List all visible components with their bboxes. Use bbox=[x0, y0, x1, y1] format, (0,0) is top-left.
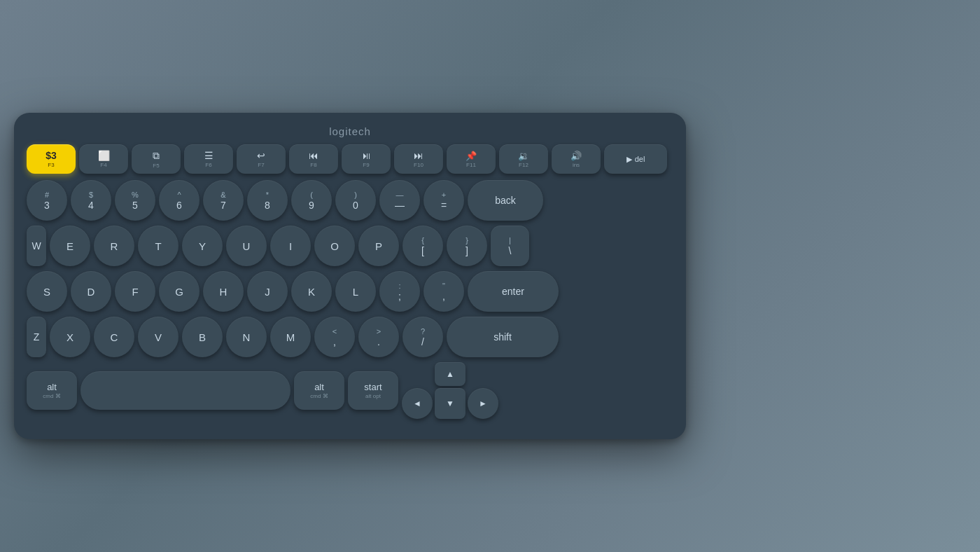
bracket-right-main: ] bbox=[465, 246, 468, 256]
f12-label: F12 bbox=[519, 162, 528, 168]
key-space[interactable] bbox=[80, 371, 290, 410]
key-r[interactable]: R bbox=[94, 226, 134, 266]
key-minus[interactable]: — — bbox=[379, 180, 420, 221]
key-4[interactable]: $ 4 bbox=[71, 180, 111, 221]
slash-top: ? bbox=[421, 328, 425, 336]
key-9-top: ( bbox=[310, 191, 313, 199]
key-3[interactable]: # 3 bbox=[27, 180, 67, 221]
background: logitech $3 F3 ⬜ F4 ⧉ F5 ☰ F6 bbox=[0, 0, 980, 552]
key-4-top: $ bbox=[89, 191, 93, 199]
key-ins[interactable]: 🔊 ins bbox=[552, 144, 601, 174]
ins-icon: 🔊 bbox=[570, 151, 582, 161]
key-5[interactable]: % 5 bbox=[115, 180, 155, 221]
key-arrow-up[interactable]: ▲ bbox=[435, 362, 465, 386]
asdf-row: S D F G H J K L : ; " , bbox=[27, 271, 673, 312]
key-b[interactable]: B bbox=[182, 317, 223, 357]
alt-left-top: alt bbox=[47, 382, 57, 392]
semicolon-main: ; bbox=[398, 291, 401, 301]
comma-top: < bbox=[332, 328, 337, 336]
key-enter[interactable]: enter bbox=[468, 271, 559, 312]
key-minus-top: — bbox=[396, 191, 404, 199]
key-slash[interactable]: ? / bbox=[402, 317, 443, 357]
key-del[interactable]: ▶ del bbox=[604, 144, 667, 174]
key-9[interactable]: ( 9 bbox=[291, 180, 332, 221]
key-w[interactable]: W bbox=[27, 226, 46, 266]
key-7[interactable]: & 7 bbox=[203, 180, 244, 221]
bt-symbol: $3 bbox=[46, 150, 57, 161]
key-pipe[interactable]: | \ bbox=[491, 226, 529, 266]
key-arrow-right[interactable]: ► bbox=[468, 388, 498, 419]
key-k[interactable]: K bbox=[291, 271, 332, 312]
key-6[interactable]: ^ 6 bbox=[159, 180, 200, 221]
key-bracket-right[interactable]: } ] bbox=[447, 226, 487, 266]
key-x[interactable]: X bbox=[50, 317, 90, 357]
key-f10[interactable]: ⏭ F10 bbox=[394, 144, 443, 174]
key-y[interactable]: Y bbox=[182, 226, 223, 266]
key-s[interactable]: S bbox=[27, 271, 67, 312]
bracket-right-top: } bbox=[465, 237, 468, 244]
key-d[interactable]: D bbox=[71, 271, 111, 312]
key-c[interactable]: C bbox=[94, 317, 134, 357]
f12-icon: 🔉 bbox=[518, 151, 529, 161]
del-play-icon: ▶ bbox=[626, 155, 632, 164]
key-f11[interactable]: 📌 F11 bbox=[447, 144, 496, 174]
key-quote[interactable]: " , bbox=[424, 271, 464, 312]
bottom-row: alt cmd ⌘ alt cmd ⌘ start alt opt ▲ ◄ bbox=[27, 362, 673, 419]
back-label: back bbox=[495, 195, 516, 206]
key-n[interactable]: N bbox=[226, 317, 267, 357]
key-6-main: 6 bbox=[176, 200, 182, 210]
key-f9[interactable]: ⏯ F9 bbox=[342, 144, 391, 174]
key-f8[interactable]: ⏮ F8 bbox=[289, 144, 338, 174]
key-t[interactable]: T bbox=[138, 226, 178, 266]
key-z[interactable]: Z bbox=[27, 317, 46, 357]
key-j[interactable]: J bbox=[247, 271, 288, 312]
key-arrow-down[interactable]: ▼ bbox=[435, 388, 465, 419]
key-shift[interactable]: shift bbox=[447, 317, 559, 357]
arrow-lr-row: ◄ ▼ ► bbox=[402, 388, 498, 419]
key-bracket-left[interactable]: { [ bbox=[402, 226, 443, 266]
key-equals-top: + bbox=[442, 191, 446, 199]
key-0[interactable]: ) 0 bbox=[335, 180, 376, 221]
key-p[interactable]: P bbox=[358, 226, 399, 266]
brand-label: logitech bbox=[27, 125, 673, 137]
key-f6[interactable]: ☰ F6 bbox=[184, 144, 233, 174]
period-top: > bbox=[377, 328, 381, 336]
key-f4[interactable]: ⬜ F4 bbox=[79, 144, 128, 174]
key-e[interactable]: E bbox=[50, 226, 90, 266]
key-start[interactable]: start alt opt bbox=[348, 371, 398, 410]
key-l[interactable]: L bbox=[335, 271, 376, 312]
key-f[interactable]: F bbox=[115, 271, 155, 312]
key-0-main: 0 bbox=[353, 200, 358, 210]
key-h[interactable]: H bbox=[203, 271, 244, 312]
f10-icon: ⏭ bbox=[414, 150, 424, 161]
key-8[interactable]: * 8 bbox=[247, 180, 288, 221]
enter-label: enter bbox=[502, 286, 524, 297]
key-arrow-left[interactable]: ◄ bbox=[402, 388, 433, 419]
key-u[interactable]: U bbox=[226, 226, 267, 266]
bracket-left-main: [ bbox=[421, 246, 424, 256]
key-m[interactable]: M bbox=[270, 317, 311, 357]
alt-left-bottom: cmd ⌘ bbox=[43, 393, 60, 399]
key-bluetooth[interactable]: $3 F3 bbox=[27, 144, 76, 174]
key-alt-right[interactable]: alt cmd ⌘ bbox=[294, 371, 344, 410]
key-8-main: 8 bbox=[265, 200, 270, 210]
key-semicolon[interactable]: : ; bbox=[379, 271, 420, 312]
f6-label: F6 bbox=[205, 162, 211, 168]
key-comma[interactable]: < , bbox=[314, 317, 355, 357]
key-i[interactable]: I bbox=[270, 226, 311, 266]
key-o[interactable]: O bbox=[314, 226, 355, 266]
key-f7[interactable]: ↩ F7 bbox=[237, 144, 286, 174]
key-f12[interactable]: 🔉 F12 bbox=[499, 144, 548, 174]
f7-label: F7 bbox=[258, 162, 264, 168]
key-f5[interactable]: ⧉ F5 bbox=[132, 144, 181, 174]
key-period[interactable]: > . bbox=[358, 317, 399, 357]
key-4-main: 4 bbox=[88, 200, 94, 210]
key-g[interactable]: G bbox=[159, 271, 200, 312]
key-7-main: 7 bbox=[220, 200, 226, 210]
key-backspace[interactable]: back bbox=[468, 180, 543, 221]
f8-icon: ⏮ bbox=[309, 150, 318, 161]
key-equals[interactable]: + = bbox=[424, 180, 464, 221]
key-3-top: # bbox=[45, 191, 49, 199]
key-alt-left[interactable]: alt cmd ⌘ bbox=[27, 371, 77, 410]
key-v[interactable]: V bbox=[138, 317, 178, 357]
